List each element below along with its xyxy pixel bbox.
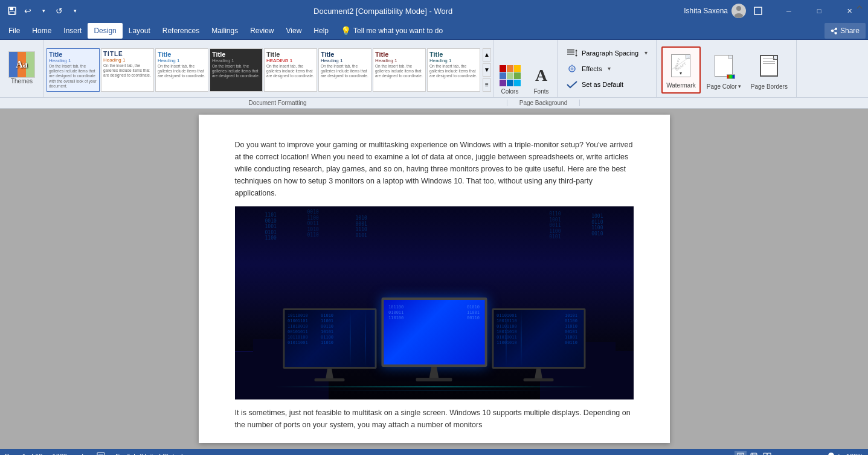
paragraph-spacing-label: Paragraph Spacing: [582, 49, 638, 57]
fonts-button[interactable]: A Fonts: [526, 40, 557, 97]
svg-rect-11: [576, 51, 577, 55]
fonts-icon: A: [529, 63, 553, 88]
svg-rect-6: [567, 49, 574, 51]
svg-point-3: [736, 6, 741, 11]
watermark-label: Watermark: [666, 82, 696, 90]
style-thumbs: Title Heading 1 On the Insert tab, the g…: [47, 48, 480, 92]
svg-point-4: [735, 13, 743, 18]
title-bar-right: Ishita Saxena ─ □ ✕: [684, 0, 863, 22]
effects-icon: [566, 64, 578, 74]
document-area[interactable]: Do you want to improve your gaming or mu…: [0, 109, 868, 449]
title-bar-left: ↩ ▾ ↺ ▾: [5, 4, 82, 18]
customize-qa-button[interactable]: ▾: [68, 4, 82, 18]
page-bg-label: Page Background: [507, 100, 580, 106]
user-section: Ishita Saxena: [684, 4, 746, 18]
menu-bar: File Home Insert Design Layout Reference…: [0, 22, 868, 40]
ribbon-labels-row: Document Formatting Page Background: [0, 98, 868, 109]
menu-file[interactable]: File: [2, 23, 26, 39]
web-view-button[interactable]: [748, 451, 760, 455]
style-thumb-5[interactable]: Title HEADING 1 On the Insert tab, the g…: [264, 48, 317, 92]
paragraph-1: Do you want to improve your gaming or mu…: [235, 139, 634, 199]
minimize-button[interactable]: ─: [775, 0, 803, 22]
share-button[interactable]: Share: [825, 23, 866, 39]
print-view-button[interactable]: [735, 451, 747, 455]
fonts-label: Fonts: [533, 88, 548, 97]
watermark-button[interactable]: DRAFT DRAFT ▾ Watermark: [661, 46, 701, 94]
ribbon: Aa Themes Title Heading 1 On the Insert …: [0, 40, 868, 109]
zoom-plus-button[interactable]: +: [837, 451, 841, 455]
zoom-thumb: [828, 453, 834, 455]
svg-rect-8: [567, 54, 574, 55]
username: Ishita Saxena: [684, 7, 728, 15]
style-thumb-6[interactable]: Title Heading 1 On the Insert tab, the g…: [318, 48, 371, 92]
watermark-icon: DRAFT DRAFT ▾: [671, 50, 690, 82]
document-image: 11010010100101011100 0010110000111010011…: [235, 206, 634, 399]
style-thumb-4[interactable]: Title Heading 1 On the Insert tab, the g…: [210, 48, 263, 92]
svg-rect-16: [97, 453, 104, 455]
gallery-down-arrow[interactable]: ▼: [483, 63, 491, 77]
ribbon-spacer: [797, 40, 868, 97]
undo-dropdown-button[interactable]: ▾: [36, 4, 51, 18]
style-thumb-1[interactable]: Title Heading 1 On the Insert tab, the g…: [47, 48, 100, 92]
menu-layout[interactable]: Layout: [123, 23, 156, 39]
para-effects-section: Paragraph Spacing ▾ Effects ▾ Set as Def…: [558, 40, 657, 97]
themes-icon: Aa: [8, 51, 35, 78]
zoom-minus-button[interactable]: −: [778, 451, 783, 455]
tell-me-input[interactable]: 💡 Tell me what you want to do: [335, 23, 449, 39]
menu-home[interactable]: Home: [26, 23, 57, 39]
zoom-level[interactable]: 100%: [846, 453, 863, 455]
gallery-more-arrow[interactable]: ≡: [483, 78, 491, 92]
floor-glow-2: [315, 390, 554, 390]
user-avatar[interactable]: [731, 4, 746, 18]
style-gallery-row: Title Heading 1 On the Insert tab, the g…: [47, 42, 491, 97]
monitors-group: 1011001001001101110100100010101110110100…: [283, 298, 585, 381]
window-controls: ─ □ ✕: [775, 0, 863, 22]
quick-access-toolbar: ↩ ▾ ↺ ▾: [5, 4, 82, 18]
view-buttons: [735, 451, 773, 455]
page-color-button[interactable]: Page Color ▾: [703, 46, 745, 94]
style-thumb-3[interactable]: Title Heading 1 On the Insert tab, the g…: [155, 48, 208, 92]
paragraph-spacing-button[interactable]: Paragraph Spacing ▾: [564, 47, 650, 59]
colors-button[interactable]: Colors: [494, 40, 526, 97]
document-page: Do you want to improve your gaming or mu…: [199, 115, 670, 443]
set-default-button[interactable]: Set as Default: [564, 78, 650, 91]
style-thumb-7[interactable]: Title Heading 1 On the Insert tab, the g…: [373, 48, 426, 92]
page-borders-button[interactable]: Page Borders: [747, 46, 791, 94]
page-background-section: DRAFT DRAFT ▾ Watermark: [657, 40, 797, 97]
language-indicator[interactable]: English (United States): [115, 453, 184, 455]
page-color-icon: [715, 49, 733, 83]
page-borders-icon: [760, 49, 778, 83]
page-borders-label: Page Borders: [751, 83, 788, 91]
svg-point-13: [571, 67, 574, 70]
effects-button[interactable]: Effects ▾: [564, 63, 650, 75]
menu-review[interactable]: Review: [244, 23, 280, 39]
page-bg-buttons: DRAFT DRAFT ▾ Watermark: [661, 42, 791, 97]
colors-fonts-section: Colors A Fonts: [494, 40, 558, 97]
read-view-button[interactable]: [761, 451, 773, 455]
menu-design[interactable]: Design: [88, 23, 122, 39]
save-button[interactable]: [5, 4, 19, 18]
themes-button[interactable]: Aa Themes: [5, 50, 39, 87]
ribbon-section-themes: Aa Themes: [0, 40, 44, 97]
style-gallery-section: Title Heading 1 On the Insert tab, the g…: [44, 40, 494, 97]
menu-view[interactable]: View: [280, 23, 308, 39]
svg-marker-9: [575, 49, 577, 51]
style-thumb-8[interactable]: Title Heading 1 On the Insert tab, the g…: [427, 48, 480, 92]
paragraph-2: It is sometimes, just not feasible to mu…: [235, 407, 634, 431]
menu-insert[interactable]: Insert: [57, 23, 88, 39]
document-stats-icon[interactable]: [96, 451, 106, 455]
doc-formatting-label: Document Formatting: [48, 100, 507, 106]
title-bar: ↩ ▾ ↺ ▾ Document2 [Compatibility Mode] -…: [0, 0, 868, 22]
svg-rect-7: [567, 51, 574, 52]
restore-button[interactable]: □: [805, 0, 833, 22]
redo-button[interactable]: ↺: [52, 4, 66, 18]
undo-button[interactable]: ↩: [21, 4, 35, 18]
style-thumb-2[interactable]: TITLE Heading 1 On the Insert tab, the g…: [101, 48, 154, 92]
floor-glow: [275, 386, 594, 387]
gallery-up-arrow[interactable]: ▲: [483, 48, 491, 62]
maximize-mode-button[interactable]: [751, 4, 765, 18]
menu-help[interactable]: Help: [307, 23, 335, 39]
menu-mailings[interactable]: Mailings: [205, 23, 244, 39]
effects-label: Effects: [582, 65, 602, 72]
menu-references[interactable]: References: [156, 23, 205, 39]
